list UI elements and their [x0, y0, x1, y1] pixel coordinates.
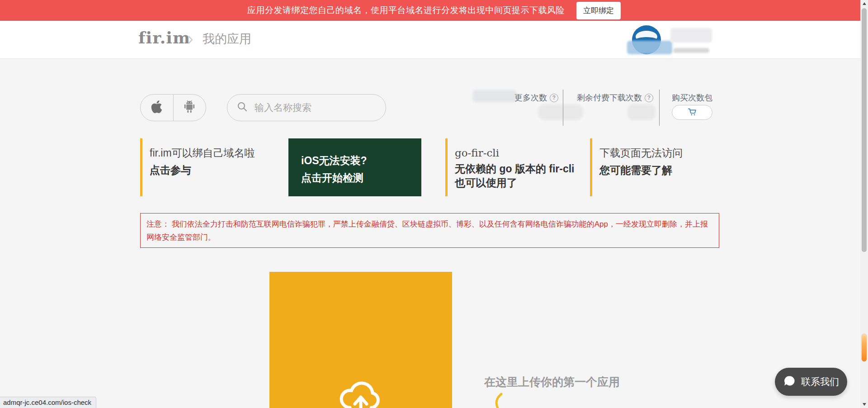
page: 应用分发请绑定您自己的域名，使用平台域名进行分发将出现中间页提示下载风险 立即绑…	[0, 0, 868, 408]
buy-package-button[interactable]	[672, 105, 712, 120]
warning-notice: 注意： 我们依法全力打击和防范互联网电信诈骗犯罪，严禁上传金融借贷、区块链虚拟币…	[140, 213, 719, 248]
upload-hint-text: 在这里上传你的第一个应用	[484, 375, 620, 389]
more-times-stat: 更多次数 ?	[514, 92, 558, 103]
bind-domain-button[interactable]: 立即绑定	[576, 2, 621, 19]
header: fir.im 我的应用	[0, 21, 868, 59]
scroll-orange-marker[interactable]	[861, 333, 867, 362]
promo-title: fir.im可以绑自己域名啦	[150, 145, 258, 161]
redacted-stat-value	[538, 104, 583, 120]
notification-banner: 应用分发请绑定您自己的域名，使用平台域名进行分发将出现中间页提示下载风险 立即绑…	[0, 0, 868, 21]
promo-subtitle: 点击参与	[150, 162, 258, 178]
filter-ios-button[interactable]	[141, 95, 173, 121]
promo-card-bind-domain[interactable]: fir.im可以绑自己域名啦 点击参与	[140, 138, 258, 196]
cloud-upload-icon	[335, 370, 386, 408]
buy-package-label: 购买次数包	[672, 92, 712, 103]
search-input[interactable]	[255, 102, 368, 113]
chat-bubble-icon	[783, 375, 796, 389]
banner-message: 应用分发请绑定您自己的域名，使用平台域名进行分发将出现中间页提示下载风险	[247, 5, 565, 16]
breadcrumb-chevron-icon	[186, 33, 194, 48]
help-icon[interactable]: ?	[645, 94, 653, 102]
cart-icon	[687, 107, 697, 119]
promo-card-ios-check[interactable]: iOS无法安装? 点击开始检测	[288, 138, 421, 196]
promo-title: 下载页面无法访问	[599, 145, 717, 161]
contact-us-label: 联系我们	[801, 375, 839, 388]
redacted-username	[670, 28, 712, 43]
user-account[interactable]	[631, 25, 721, 56]
stats-bar: 更多次数 ? 剩余付费下载次数 ? 购买次数包	[470, 89, 723, 127]
promo-subtitle: 您可能需要了解	[599, 162, 717, 178]
paid-downloads-stat: 剩余付费下载次数 ?	[577, 92, 653, 103]
divider	[659, 90, 660, 126]
redacted-stat-value	[627, 104, 656, 120]
contact-us-button[interactable]: 联系我们	[775, 368, 847, 396]
hand-drawn-arrow-stroke	[493, 393, 505, 408]
promo-subtitle: 无依赖的 go 版本的 fir-cli 也可以使用了	[455, 162, 581, 190]
redacted-username-sub	[673, 48, 709, 53]
divider	[563, 90, 563, 126]
promo-card-download-page[interactable]: 下载页面无法访问 您可能需要了解	[590, 138, 717, 196]
upload-app-card[interactable]	[269, 272, 452, 408]
help-icon[interactable]: ?	[550, 94, 558, 102]
promo-card-go-fir-cli[interactable]: go-fir-cli 无依赖的 go 版本的 fir-cli 也可以使用了	[445, 138, 581, 196]
paid-downloads-label: 剩余付费下载次数	[577, 92, 642, 103]
scrollbar-thumb[interactable]	[862, 8, 867, 252]
redacted-stat-label	[473, 90, 516, 102]
promo-title: iOS无法安装?	[301, 152, 421, 169]
search-icon	[236, 101, 248, 114]
arrow-down-icon	[863, 403, 866, 406]
scroll-up-button[interactable]	[860, 0, 868, 7]
scrollbar[interactable]	[860, 0, 868, 408]
redacted-blur	[627, 41, 672, 54]
promo-title: go-fir-cli	[455, 145, 581, 161]
android-icon	[184, 100, 195, 115]
platform-filter	[140, 94, 206, 121]
arrow-up-icon	[863, 2, 866, 5]
apple-icon	[151, 100, 163, 116]
link-preview-statusbar: admqr-jc.ce04.com/ios-check	[0, 397, 96, 408]
breadcrumb: 我的应用	[203, 31, 251, 47]
more-times-label: 更多次数	[514, 92, 547, 103]
filter-android-button[interactable]	[173, 95, 206, 121]
firim-logo[interactable]: fir.im	[138, 28, 190, 47]
search-box	[227, 94, 386, 121]
promo-subtitle: 点击开始检测	[301, 169, 421, 186]
scroll-down-button[interactable]	[860, 401, 868, 408]
